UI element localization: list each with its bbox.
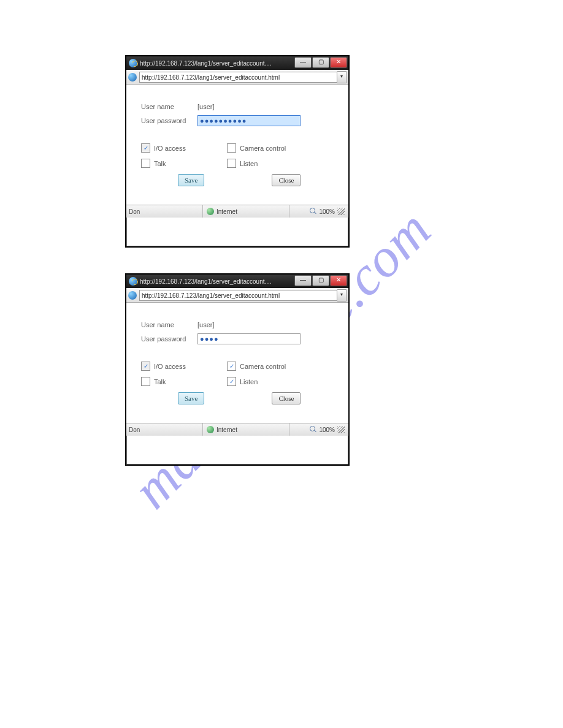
password-label: User password [141, 117, 197, 124]
ie-icon [129, 277, 137, 286]
close-window-button[interactable]: ✕ [330, 275, 347, 286]
password-input[interactable] [197, 115, 301, 126]
camera-control-label: Camera control [240, 145, 286, 152]
zone-label: Internet [216, 427, 237, 433]
status-bar: Don Internet 100% [126, 205, 348, 218]
talk-checkbox[interactable] [141, 377, 150, 386]
minimize-button[interactable]: — [294, 57, 312, 68]
close-window-button[interactable]: ✕ [330, 57, 347, 68]
listen-label: Listen [240, 160, 258, 167]
url-input[interactable] [139, 72, 337, 83]
page: manualshive.com http://192.168.7.123/lan… [0, 0, 563, 728]
camera-control-checkbox[interactable] [227, 362, 236, 371]
listen-label: Listen [240, 378, 258, 385]
status-left: Don [126, 205, 203, 218]
status-left: Don [126, 423, 203, 436]
username-label: User name [141, 103, 197, 110]
magnifier-icon [310, 426, 317, 433]
username-label: User name [141, 321, 197, 328]
talk-label: Talk [154, 160, 166, 167]
zoom-label: 100% [319, 208, 335, 215]
io-access-label: I/O access [154, 145, 186, 152]
password-input[interactable] [197, 333, 301, 344]
url-input[interactable] [139, 290, 337, 301]
save-button[interactable]: Save [178, 392, 204, 404]
listen-checkbox[interactable] [227, 377, 236, 386]
camera-control-label: Camera control [240, 363, 286, 370]
close-button[interactable]: Close [272, 174, 301, 186]
status-bar: Don Internet 100% [126, 423, 348, 436]
edit-account-dialog-1: http://192.168.7.123/lang1/server_editac… [125, 55, 350, 248]
status-zone: Internet [203, 208, 289, 215]
username-value: [user] [197, 103, 215, 110]
save-button[interactable]: Save [178, 174, 204, 186]
talk-checkbox[interactable] [141, 159, 150, 168]
titlebar[interactable]: http://192.168.7.123/lang1/server_editac… [126, 56, 348, 70]
address-bar: ▾ [126, 288, 348, 303]
url-dropdown-icon[interactable]: ▾ [337, 71, 347, 83]
camera-control-checkbox[interactable] [227, 143, 236, 153]
io-access-checkbox[interactable] [141, 143, 150, 153]
password-label: User password [141, 335, 197, 343]
globe-icon [207, 208, 214, 215]
globe-icon [207, 426, 214, 433]
url-dropdown-icon[interactable]: ▾ [337, 289, 347, 301]
page-icon [128, 73, 137, 82]
magnifier-icon [310, 208, 317, 215]
zone-label: Internet [216, 208, 237, 215]
username-value: [user] [197, 321, 215, 328]
talk-label: Talk [154, 378, 166, 385]
titlebar[interactable]: http://192.168.7.123/lang1/server_editac… [126, 275, 348, 288]
zoom-label: 100% [319, 427, 335, 433]
dialog-content: User name [user] User password I/O acces… [126, 303, 348, 423]
resize-grip-icon [337, 426, 345, 433]
dialog-content: User name [user] User password I/O acces… [126, 85, 348, 205]
page-icon [128, 291, 137, 300]
io-access-checkbox[interactable] [141, 362, 150, 371]
maximize-button[interactable]: ▢ [312, 57, 329, 68]
listen-checkbox[interactable] [227, 159, 236, 168]
address-bar: ▾ [126, 70, 348, 85]
resize-grip-icon [337, 208, 345, 215]
edit-account-dialog-2: http://192.168.7.123/lang1/server_editac… [125, 273, 350, 466]
status-zone: Internet [203, 426, 289, 433]
ie-icon [129, 59, 137, 67]
maximize-button[interactable]: ▢ [312, 275, 329, 286]
io-access-label: I/O access [154, 363, 186, 370]
minimize-button[interactable]: — [294, 275, 312, 286]
close-button[interactable]: Close [272, 392, 301, 404]
